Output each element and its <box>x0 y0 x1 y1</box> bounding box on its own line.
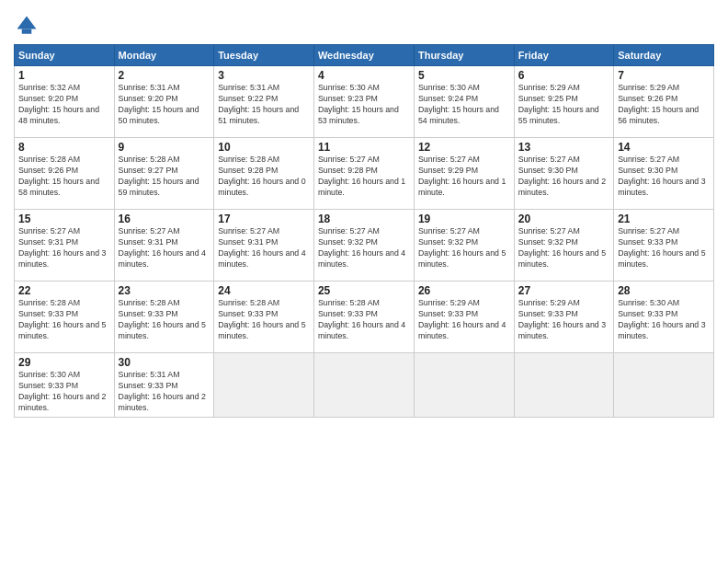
sunrise-label: Sunrise: 5:29 AM <box>518 83 580 92</box>
calendar-body: 1 Sunrise: 5:32 AM Sunset: 9:20 PM Dayli… <box>15 66 714 418</box>
daylight-label: Daylight: 16 hours and 5 minutes. <box>618 248 705 269</box>
sunrise-label: Sunrise: 5:30 AM <box>318 83 380 92</box>
daylight-label: Daylight: 15 hours and 56 minutes. <box>618 105 699 125</box>
day-number: 6 <box>518 69 609 82</box>
sunrise-label: Sunrise: 5:30 AM <box>18 370 80 379</box>
day-info: Sunrise: 5:30 AM Sunset: 9:23 PM Dayligh… <box>318 83 410 127</box>
calendar-cell: 25 Sunrise: 5:28 AM Sunset: 9:33 PM Dayl… <box>313 282 414 353</box>
day-number: 23 <box>119 284 210 297</box>
daylight-label: Daylight: 16 hours and 1 minute. <box>418 177 506 197</box>
day-info: Sunrise: 5:28 AM Sunset: 9:28 PM Dayligh… <box>218 155 310 199</box>
day-number: 28 <box>618 284 710 297</box>
calendar-cell: 6 Sunrise: 5:29 AM Sunset: 9:25 PM Dayli… <box>514 66 613 138</box>
calendar-cell: 21 Sunrise: 5:27 AM Sunset: 9:33 PM Dayl… <box>614 210 714 282</box>
weekday-header: Thursday <box>414 45 514 66</box>
day-number: 21 <box>618 213 710 225</box>
sunrise-label: Sunrise: 5:32 AM <box>18 83 80 92</box>
calendar-cell: 16 Sunrise: 5:27 AM Sunset: 9:31 PM Dayl… <box>114 210 214 282</box>
sunrise-label: Sunrise: 5:27 AM <box>418 155 480 164</box>
sunrise-label: Sunrise: 5:27 AM <box>518 226 580 236</box>
calendar-cell <box>214 353 314 418</box>
sunrise-label: Sunrise: 5:30 AM <box>418 83 480 92</box>
calendar-cell: 27 Sunrise: 5:29 AM Sunset: 9:33 PM Dayl… <box>514 282 613 353</box>
calendar-cell: 8 Sunrise: 5:28 AM Sunset: 9:26 PM Dayli… <box>15 138 115 210</box>
sunset-label: Sunset: 9:33 PM <box>418 309 478 318</box>
sunrise-label: Sunrise: 5:29 AM <box>618 83 679 92</box>
calendar-header: SundayMondayTuesdayWednesdayThursdayFrid… <box>15 45 714 66</box>
calendar-cell: 5 Sunrise: 5:30 AM Sunset: 9:24 PM Dayli… <box>414 66 514 138</box>
day-number: 14 <box>618 141 710 154</box>
calendar-cell: 28 Sunrise: 5:30 AM Sunset: 9:33 PM Dayl… <box>614 282 714 353</box>
daylight-label: Daylight: 16 hours and 5 minutes. <box>119 320 206 340</box>
weekday-header: Monday <box>114 45 214 66</box>
sunset-label: Sunset: 9:22 PM <box>218 94 278 103</box>
daylight-label: Daylight: 15 hours and 58 minutes. <box>18 177 99 197</box>
daylight-label: Daylight: 16 hours and 4 minutes. <box>318 320 405 340</box>
calendar-cell: 15 Sunrise: 5:27 AM Sunset: 9:31 PM Dayl… <box>15 210 115 282</box>
sunrise-label: Sunrise: 5:31 AM <box>119 83 180 92</box>
day-info: Sunrise: 5:28 AM Sunset: 9:33 PM Dayligh… <box>18 298 110 342</box>
day-info: Sunrise: 5:30 AM Sunset: 9:33 PM Dayligh… <box>618 298 710 342</box>
sunset-label: Sunset: 9:25 PM <box>518 94 578 103</box>
sunset-label: Sunset: 9:33 PM <box>119 381 178 390</box>
calendar-cell: 10 Sunrise: 5:28 AM Sunset: 9:28 PM Dayl… <box>214 138 314 210</box>
sunset-label: Sunset: 9:33 PM <box>618 237 677 247</box>
calendar-cell: 22 Sunrise: 5:28 AM Sunset: 9:33 PM Dayl… <box>15 282 115 353</box>
sunrise-label: Sunrise: 5:31 AM <box>119 370 180 379</box>
sunset-label: Sunset: 9:31 PM <box>18 237 78 247</box>
sunset-label: Sunset: 9:30 PM <box>618 166 677 175</box>
day-number: 17 <box>218 213 310 225</box>
day-number: 18 <box>318 213 410 225</box>
calendar-cell: 7 Sunrise: 5:29 AM Sunset: 9:26 PM Dayli… <box>614 66 714 138</box>
sunset-label: Sunset: 9:33 PM <box>218 309 278 318</box>
day-info: Sunrise: 5:29 AM Sunset: 9:33 PM Dayligh… <box>418 298 510 342</box>
day-info: Sunrise: 5:32 AM Sunset: 9:20 PM Dayligh… <box>18 83 110 127</box>
sunrise-label: Sunrise: 5:28 AM <box>119 155 180 164</box>
day-info: Sunrise: 5:27 AM Sunset: 9:31 PM Dayligh… <box>18 226 110 270</box>
weekday-header: Wednesday <box>313 45 414 66</box>
calendar-cell: 3 Sunrise: 5:31 AM Sunset: 9:22 PM Dayli… <box>214 66 314 138</box>
day-info: Sunrise: 5:31 AM Sunset: 9:20 PM Dayligh… <box>119 83 210 127</box>
day-info: Sunrise: 5:28 AM Sunset: 9:33 PM Dayligh… <box>318 298 410 342</box>
day-info: Sunrise: 5:27 AM Sunset: 9:31 PM Dayligh… <box>218 226 310 270</box>
day-number: 30 <box>119 356 210 369</box>
sunset-label: Sunset: 9:33 PM <box>119 309 178 318</box>
day-number: 25 <box>318 284 410 297</box>
calendar-row: 1 Sunrise: 5:32 AM Sunset: 9:20 PM Dayli… <box>15 66 714 138</box>
day-info: Sunrise: 5:27 AM Sunset: 9:31 PM Dayligh… <box>119 226 210 270</box>
day-number: 10 <box>218 141 310 154</box>
sunset-label: Sunset: 9:29 PM <box>418 166 478 175</box>
day-number: 7 <box>618 69 710 82</box>
weekday-header: Sunday <box>15 45 115 66</box>
sunset-label: Sunset: 9:32 PM <box>318 237 378 247</box>
daylight-label: Daylight: 15 hours and 55 minutes. <box>518 105 599 125</box>
day-info: Sunrise: 5:27 AM Sunset: 9:32 PM Dayligh… <box>518 226 609 270</box>
daylight-label: Daylight: 16 hours and 5 minutes. <box>418 248 506 269</box>
sunrise-label: Sunrise: 5:28 AM <box>218 155 279 164</box>
day-number: 13 <box>518 141 609 154</box>
calendar-cell: 17 Sunrise: 5:27 AM Sunset: 9:31 PM Dayl… <box>214 210 314 282</box>
sunrise-label: Sunrise: 5:28 AM <box>218 298 279 307</box>
day-info: Sunrise: 5:27 AM Sunset: 9:32 PM Dayligh… <box>318 226 410 270</box>
day-info: Sunrise: 5:29 AM Sunset: 9:25 PM Dayligh… <box>518 83 609 127</box>
weekday-header: Tuesday <box>214 45 314 66</box>
sunrise-label: Sunrise: 5:27 AM <box>418 226 480 236</box>
day-number: 16 <box>119 213 210 225</box>
logo <box>14 13 43 39</box>
sunset-label: Sunset: 9:24 PM <box>418 94 478 103</box>
day-info: Sunrise: 5:30 AM Sunset: 9:33 PM Dayligh… <box>18 370 110 414</box>
day-number: 12 <box>418 141 510 154</box>
calendar-cell: 23 Sunrise: 5:28 AM Sunset: 9:33 PM Dayl… <box>114 282 214 353</box>
sunrise-label: Sunrise: 5:27 AM <box>518 155 580 164</box>
daylight-label: Daylight: 15 hours and 59 minutes. <box>119 177 199 197</box>
daylight-label: Daylight: 16 hours and 3 minutes. <box>518 320 606 340</box>
sunrise-label: Sunrise: 5:28 AM <box>119 298 180 307</box>
day-info: Sunrise: 5:27 AM Sunset: 9:32 PM Dayligh… <box>418 226 510 270</box>
day-info: Sunrise: 5:29 AM Sunset: 9:33 PM Dayligh… <box>518 298 609 342</box>
day-number: 19 <box>418 213 510 225</box>
day-info: Sunrise: 5:29 AM Sunset: 9:26 PM Dayligh… <box>618 83 710 127</box>
sunrise-label: Sunrise: 5:28 AM <box>18 155 80 164</box>
sunset-label: Sunset: 9:32 PM <box>418 237 478 247</box>
day-number: 3 <box>218 69 310 82</box>
calendar-cell: 12 Sunrise: 5:27 AM Sunset: 9:29 PM Dayl… <box>414 138 514 210</box>
